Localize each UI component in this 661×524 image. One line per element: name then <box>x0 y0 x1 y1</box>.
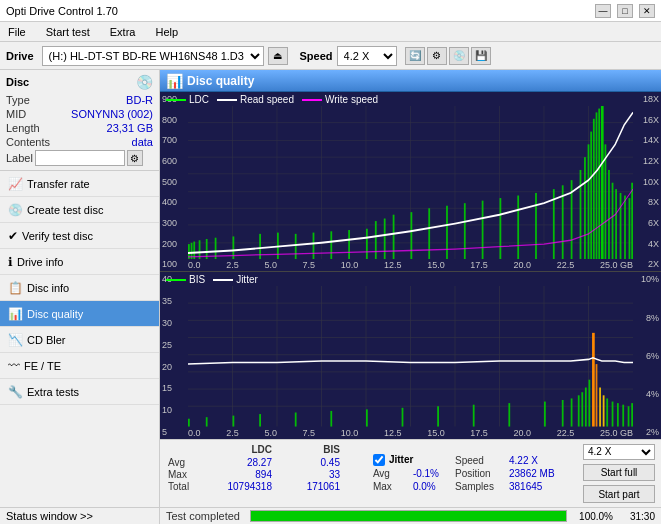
disc-panel: Disc 💿 Type BD-R MID SONYNN3 (002) Lengt… <box>0 70 159 171</box>
close-button[interactable]: ✕ <box>639 4 655 18</box>
bis-x-axis: 0.0 2.5 5.0 7.5 10.0 12.5 15.0 17.5 20.0… <box>188 428 633 438</box>
svg-rect-37 <box>464 203 466 259</box>
avg-bis: 0.45 <box>276 457 340 468</box>
nav-label-drive-info: Drive info <box>17 256 63 268</box>
disc-icon[interactable]: 💿 <box>449 47 469 65</box>
svg-rect-52 <box>601 106 604 259</box>
sidebar-item-disc-quality[interactable]: 📊 Disc quality <box>0 301 159 327</box>
menu-starttest[interactable]: Start test <box>42 24 94 40</box>
jitter-max-val: 0.0% <box>413 481 436 492</box>
svg-rect-38 <box>482 201 484 260</box>
type-value: BD-R <box>126 94 153 106</box>
speed-section: Speed 4.22 X Position 23862 MB Samples 3… <box>447 440 577 507</box>
run-speed-select[interactable]: 4.2 X <box>583 444 655 460</box>
label-key: Label <box>6 152 33 164</box>
svg-rect-92 <box>581 393 583 427</box>
nav-label-cd-bler: CD Bler <box>27 334 66 346</box>
save-icon[interactable]: 💾 <box>471 47 491 65</box>
start-full-button[interactable]: Start full <box>583 464 655 482</box>
svg-rect-33 <box>393 215 395 260</box>
sidebar-item-cd-bler[interactable]: 📉 CD Bler <box>0 327 159 353</box>
settings-icon[interactable]: ⚙ <box>427 47 447 65</box>
jitter-avg-row: Avg -0.1% <box>373 468 439 479</box>
maximize-button[interactable]: □ <box>617 4 633 18</box>
jitter-avg-val: -0.1% <box>413 468 439 479</box>
jitter-section: Jitter Avg -0.1% Max 0.0% <box>365 440 447 507</box>
svg-rect-53 <box>605 144 607 259</box>
write-label: Write speed <box>325 94 378 105</box>
sidebar-item-transfer-rate[interactable]: 📈 Transfer rate <box>0 171 159 197</box>
total-ldc: 10794318 <box>208 481 272 492</box>
svg-rect-103 <box>628 407 630 427</box>
speed-label: Speed <box>300 50 333 62</box>
chart-header: 📊 Disc quality <box>160 70 661 92</box>
verify-test-disc-icon: ✔ <box>8 229 18 243</box>
position-key: Position <box>455 468 505 479</box>
minimize-button[interactable]: — <box>595 4 611 18</box>
svg-rect-48 <box>590 132 592 260</box>
svg-rect-93 <box>585 388 587 427</box>
ldc-label: LDC <box>189 94 209 105</box>
ldc-x-axis: 0.0 2.5 5.0 7.5 10.0 12.5 15.0 17.5 20.0… <box>188 260 633 270</box>
svg-rect-80 <box>259 414 261 426</box>
nav-label-verify-test-disc: Verify test disc <box>22 230 93 242</box>
speed-select[interactable]: 4.2 X <box>337 46 397 66</box>
ldc-y-axis: 900 800 700 600 500 400 300 200 100 <box>160 92 188 271</box>
mid-value: SONYNN3 (002) <box>71 108 153 120</box>
svg-rect-95 <box>592 333 595 427</box>
transfer-rate-icon: 📈 <box>8 177 23 191</box>
label-edit-button[interactable]: ⚙ <box>127 150 143 166</box>
bis-label: BIS <box>189 274 205 285</box>
svg-rect-30 <box>366 229 368 260</box>
stats-table: LDC BIS Avg 28.27 0.45 Max 894 33 Total … <box>160 440 365 507</box>
nav-label-transfer-rate: Transfer rate <box>27 178 90 190</box>
svg-rect-89 <box>562 400 564 427</box>
disc-info-icon: 📋 <box>8 281 23 295</box>
menu-file[interactable]: File <box>4 24 30 40</box>
svg-rect-34 <box>411 212 413 259</box>
svg-rect-47 <box>588 144 590 259</box>
menu-extra[interactable]: Extra <box>106 24 140 40</box>
jitter-header-row: Jitter <box>373 454 439 466</box>
jitter-max-label: Max <box>373 481 409 492</box>
app-title: Opti Drive Control 1.70 <box>6 5 118 17</box>
svg-rect-51 <box>598 109 600 260</box>
sidebar-item-verify-test-disc[interactable]: ✔ Verify test disc <box>0 223 159 249</box>
svg-rect-46 <box>584 157 586 259</box>
svg-rect-31 <box>375 221 377 259</box>
sidebar-item-extra-tests[interactable]: 🔧 Extra tests <box>0 379 159 405</box>
sidebar-item-drive-info[interactable]: ℹ Drive info <box>0 249 159 275</box>
svg-rect-59 <box>629 198 631 259</box>
refresh-icon[interactable]: 🔄 <box>405 47 425 65</box>
sidebar-item-disc-info[interactable]: 📋 Disc info <box>0 275 159 301</box>
bis-legend-item: BIS <box>166 274 205 285</box>
avg-ldc: 28.27 <box>208 457 272 468</box>
ldc-legend: LDC Read speed Write speed <box>166 94 378 105</box>
ldc-header: LDC <box>208 444 272 455</box>
extra-tests-icon: 🔧 <box>8 385 23 399</box>
start-part-button[interactable]: Start part <box>583 485 655 503</box>
status-window-button[interactable]: Status window >> <box>0 507 159 524</box>
stats-bar: LDC BIS Avg 28.27 0.45 Max 894 33 Total … <box>160 439 661 507</box>
svg-rect-57 <box>620 193 622 259</box>
fe-te-icon: 〰 <box>8 359 20 373</box>
write-color <box>302 99 322 101</box>
svg-rect-99 <box>606 399 608 427</box>
stats-header: LDC BIS <box>168 444 357 455</box>
svg-rect-77 <box>188 419 190 427</box>
jitter-legend-item: Jitter <box>213 274 258 285</box>
bis-legend: BIS Jitter <box>166 274 258 285</box>
buttons-section: 4.2 X Start full Start part <box>577 440 661 507</box>
sidebar-item-create-test-disc[interactable]: 💿 Create test disc <box>0 197 159 223</box>
eject-icon[interactable]: ⏏ <box>268 47 288 65</box>
length-label: Length <box>6 122 40 134</box>
menu-help[interactable]: Help <box>151 24 182 40</box>
label-input[interactable] <box>35 150 125 166</box>
drive-select[interactable]: (H:) HL-DT-ST BD-RE WH16NS48 1.D3 <box>42 46 264 66</box>
ldc-y-axis-right: 18X 16X 14X 12X 10X 8X 6X 4X 2X <box>633 92 661 271</box>
sidebar-item-fe-te[interactable]: 〰 FE / TE <box>0 353 159 379</box>
svg-rect-86 <box>473 405 475 427</box>
sidebar: Disc 💿 Type BD-R MID SONYNN3 (002) Lengt… <box>0 70 160 524</box>
progress-bar-container <box>250 510 567 522</box>
jitter-checkbox[interactable] <box>373 454 385 466</box>
